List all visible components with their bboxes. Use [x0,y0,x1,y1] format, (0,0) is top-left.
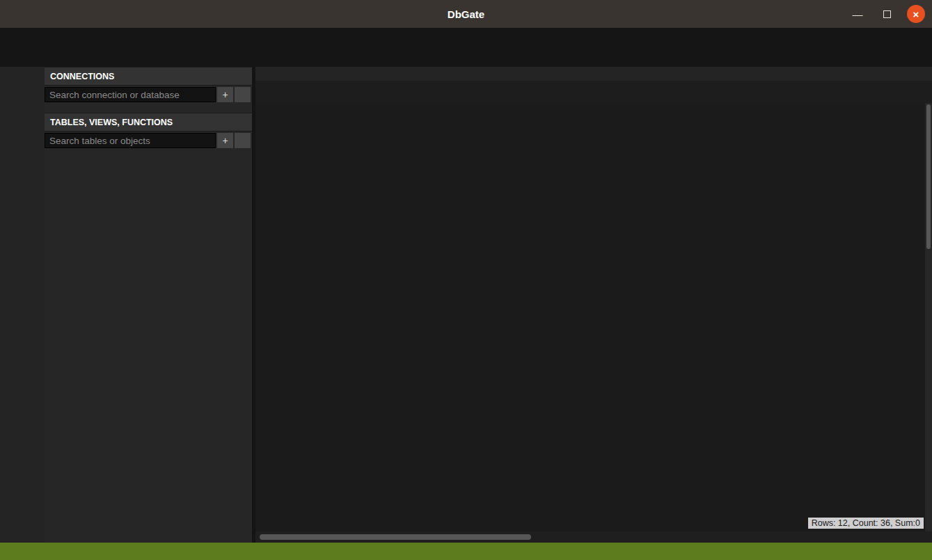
data-grid [255,103,925,531]
main-area: CONNECTIONS + TABLES, VIEWS, FUNCTIONS + [0,67,932,543]
grid-stats-overlay: Rows: 12, Count: 36, Sum:0 [808,518,924,529]
window-controls: — × [848,0,925,28]
close-button[interactable]: × [907,5,925,23]
tables-add-button[interactable]: + [217,133,233,148]
toolbar [0,45,932,67]
maximize-icon [883,10,891,18]
maximize-button[interactable] [878,5,896,23]
tables-search-row: + [45,131,252,150]
tables-refresh-button[interactable] [235,133,251,148]
database-tab-bar [255,67,932,81]
connections-search-row: + [45,86,252,104]
menubar [0,28,932,45]
grid-vertical-scrollbar[interactable] [925,103,932,531]
connections-list [45,104,252,106]
connections-add-button[interactable]: + [217,87,233,102]
tables-list [45,150,252,543]
connections-refresh-button[interactable] [235,87,251,102]
app-window: DbGate — × CONNECTIONS + TABLES, VIEWS, … [0,0,932,560]
table-tab-bar [255,81,932,103]
content-area: Rows: 12, Count: 36, Sum:0 [255,67,932,543]
tables-header: TABLES, VIEWS, FUNCTIONS [45,113,252,131]
data-grid-zone [255,103,932,531]
connections-header: CONNECTIONS [45,67,252,86]
minimize-button[interactable]: — [848,5,867,23]
statusbar [0,543,932,560]
grid-horizontal-scrollbar[interactable] [255,531,932,543]
grid-vscroll-thumb[interactable] [926,104,931,249]
tables-search-input[interactable] [45,133,216,148]
connections-search-input[interactable] [45,87,216,102]
window-title: DbGate [448,8,484,20]
left-icon-sidebar [0,67,45,543]
left-panel: CONNECTIONS + TABLES, VIEWS, FUNCTIONS + [45,67,252,543]
grid-hscroll-thumb[interactable] [260,534,531,540]
titlebar: DbGate — × [0,0,932,28]
